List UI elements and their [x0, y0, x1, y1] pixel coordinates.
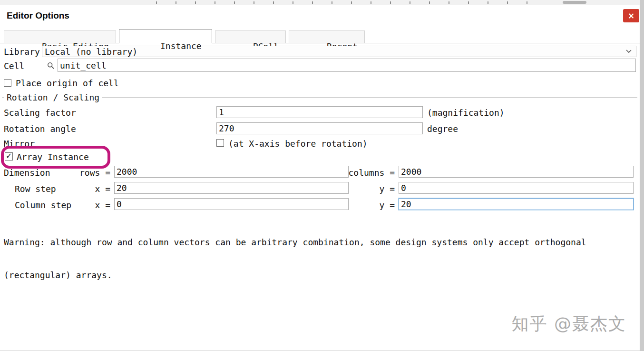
column-step-y-label: y = — [347, 200, 395, 210]
scrollbar-thumb[interactable] — [563, 1, 586, 4]
close-icon: × — [628, 12, 634, 20]
background-right-edge — [640, 0, 644, 351]
mirror-checkbox-label: (at X-axis before rotation) — [228, 139, 368, 149]
rows-input[interactable] — [114, 166, 349, 178]
tab-pcell[interactable]: PCell — [215, 30, 286, 43]
rotation-angle-input[interactable] — [216, 122, 423, 134]
chevron-down-icon — [626, 50, 632, 53]
degree-suffix: degree — [427, 124, 458, 134]
array-instance-label: Array Instance — [17, 152, 89, 162]
row-step-x-label: x = — [48, 184, 110, 194]
tab-recent[interactable]: Recent — [289, 30, 365, 43]
background-ruler — [0, 0, 644, 5]
column-step-y-input[interactable] — [399, 198, 634, 210]
columns-input[interactable] — [399, 166, 634, 178]
editor-options-dialog: Editor Options × Basic Editing Instance … — [0, 5, 640, 351]
dialog-title: Editor Options — [7, 10, 69, 21]
search-icon[interactable] — [47, 62, 55, 70]
tab-bar: Basic Editing Instance PCell Recent — [0, 29, 640, 43]
warning-line-2: (rectangular) arrays. — [4, 270, 586, 281]
array-group-frame-line — [2, 165, 637, 165]
rows-label: rows = — [48, 168, 110, 178]
warning-line-1: Warning: although row and column vectors… — [4, 237, 586, 248]
mirror-label: Mirror — [4, 139, 35, 149]
tab-basic-editing[interactable]: Basic Editing — [4, 30, 116, 43]
tab-label: Instance — [160, 41, 202, 51]
row-step-y-label: y = — [347, 184, 395, 194]
dimension-label: Dimension — [4, 168, 50, 178]
magnification-suffix: (magnification) — [427, 108, 505, 118]
scaling-factor-label: Scaling factor — [4, 108, 76, 118]
watermark: 知乎 @聂杰文 — [512, 312, 626, 336]
rotation-angle-label: Rotation angle — [4, 124, 76, 134]
array-instance-checkbox[interactable] — [5, 152, 13, 160]
column-step-x-label: x = — [48, 200, 110, 210]
cell-label: Cell — [4, 61, 24, 71]
library-value: Local (no library) — [45, 47, 137, 57]
row-step-x-input[interactable] — [114, 182, 349, 194]
row-step-y-input[interactable] — [399, 182, 634, 194]
place-origin-label: Place origin of cell — [16, 78, 119, 88]
rotation-scaling-group-title: Rotation / Scaling — [2, 92, 637, 102]
warning-text: Warning: although row and column vectors… — [4, 215, 586, 302]
mirror-checkbox[interactable] — [216, 139, 224, 147]
group-title-text: Rotation / Scaling — [4, 92, 102, 102]
library-label: Library — [4, 47, 40, 57]
close-button[interactable]: × — [623, 9, 639, 22]
columns-label: columns = — [347, 168, 395, 178]
scaling-factor-input[interactable] — [216, 106, 423, 118]
group-line — [102, 97, 637, 98]
place-origin-checkbox[interactable] — [4, 79, 11, 87]
ruler-ticks — [156, 1, 545, 4]
column-step-x-input[interactable] — [114, 198, 349, 210]
tab-instance[interactable]: Instance — [119, 29, 212, 43]
